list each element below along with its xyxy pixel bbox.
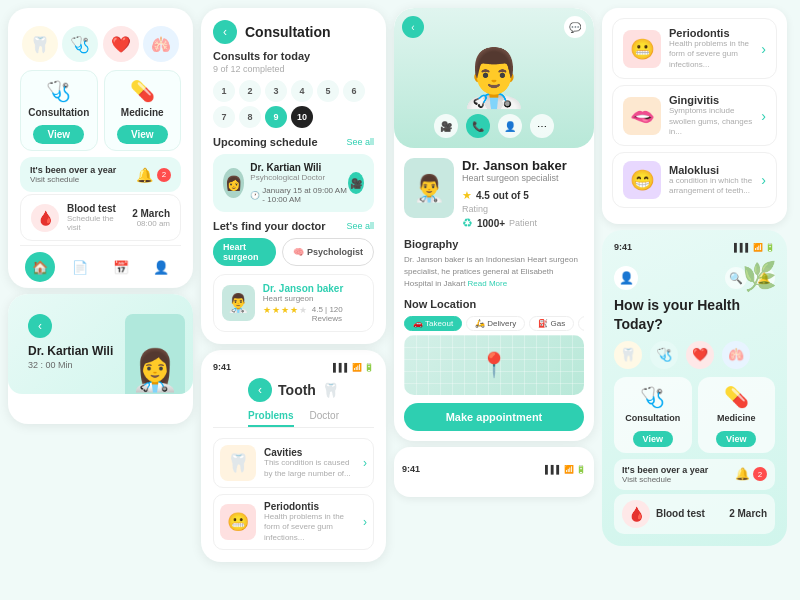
problems-tab[interactable]: Problems (248, 410, 294, 427)
health-status-icons: ▌▌▌ 📶 🔋 (734, 243, 775, 252)
cavities-arrow-icon: › (363, 456, 367, 470)
consultation-view-button[interactable]: View (33, 125, 84, 144)
tooth-status-time: 9:41 (213, 362, 231, 372)
promo-back-button[interactable]: ‹ (28, 314, 52, 338)
periodontis-name: Periodontis (264, 501, 355, 512)
periodontis-desc: Health problems in the form of severe gu… (264, 512, 355, 543)
location-chips: 🚗 Takeout 🛵 Delivery ⛽ Gas 🛒 Groceries (404, 316, 584, 331)
periodontis-arrow: › (761, 41, 766, 57)
health-tooth-icon[interactable]: 🦷 (614, 341, 642, 369)
profile-chat-button[interactable]: 💬 (564, 16, 586, 38)
consults-completed: 9 of 12 completed (213, 64, 374, 74)
tooth-status-icons: ▌▌▌ 📶 🔋 (333, 363, 374, 372)
medicine-view-button[interactable]: View (117, 125, 168, 144)
more-action-icon[interactable]: ⋯ (530, 114, 554, 138)
periodontis-image: 😬 (220, 504, 256, 540)
rating-star-icon: ★ (462, 189, 472, 202)
num-6[interactable]: 6 (343, 80, 365, 102)
docs-nav-button[interactable]: 📄 (65, 252, 95, 282)
psychologist-filter[interactable]: 🧠 Psychologist (282, 238, 374, 266)
col-consultation: ‹ Consultation Consults for today 9 of 1… (201, 8, 386, 592)
periodontis-lg-text: Periodontis Health problems in the form … (669, 27, 753, 70)
heart-surgeon-filter[interactable]: Heart surgeon (213, 238, 276, 266)
gas-chip[interactable]: ⛽ Gas (529, 316, 574, 331)
schedule-doctor-info: 👩 Dr. Kartian Wili Psyhcological Doctor … (223, 162, 348, 204)
heart-icon[interactable]: ❤️ (103, 26, 139, 62)
tooth-back-button[interactable]: ‹ (248, 378, 272, 402)
read-more-link[interactable]: Read More (468, 279, 508, 288)
health-phone: 9:41 ▌▌▌ 📶 🔋 👤 🔍 🔔 How is your Health To… (602, 230, 787, 545)
doctor-result-card[interactable]: 👨‍⚕️ Dr. Janson baker Heart surgeon ★ ★ … (213, 274, 374, 332)
cavities-item[interactable]: 🦷 Cavities This condition is caused by t… (213, 438, 374, 488)
takeout-chip[interactable]: 🚗 Takeout (404, 316, 462, 331)
tooth-icon[interactable]: 🦷 (22, 26, 58, 62)
location-label: Now Location (404, 298, 476, 310)
upcoming-see-all[interactable]: See all (346, 137, 374, 147)
num-7[interactable]: 7 (213, 106, 235, 128)
lungs-icon[interactable]: 🫁 (143, 26, 179, 62)
schedule-card[interactable]: 👩 Dr. Kartian Wili Psyhcological Doctor … (213, 154, 374, 212)
condition-list: 🦷 Cavities This condition is caused by t… (213, 438, 374, 550)
health-stethoscope-icon[interactable]: 🩺 (650, 341, 678, 369)
health-heart-icon[interactable]: ❤️ (686, 341, 714, 369)
num-10[interactable]: 10 (291, 106, 313, 128)
health-consult-view-button[interactable]: View (633, 431, 673, 447)
person-action-icon[interactable]: 👤 (498, 114, 522, 138)
rating-row: ★ 4.5 out of 5 (462, 189, 567, 202)
health-consult-icon: 🩺 (620, 385, 686, 409)
num-9[interactable]: 9 (265, 106, 287, 128)
profile-nav-button[interactable]: 👤 (146, 252, 176, 282)
num-2[interactable]: 2 (239, 80, 261, 102)
periodontis-card[interactable]: 😬 Periodontis Health problems in the for… (612, 18, 777, 79)
calendar-nav-button[interactable]: 📅 (106, 252, 136, 282)
tooth-phone: 9:41 ▌▌▌ 📶 🔋 ‹ Tooth 🦷 Problems Doctor 🦷… (201, 350, 386, 562)
health-medicine-view-button[interactable]: View (716, 431, 756, 447)
num-8[interactable]: 8 (239, 106, 261, 128)
profile-doctor-specialty: Heart surgeon specialist (462, 173, 567, 183)
num-3[interactable]: 3 (265, 80, 287, 102)
medicine-icon: 💊 (111, 79, 175, 103)
doctor-result-name: Dr. Janson baker (263, 283, 365, 294)
gingivitis-card[interactable]: 🫦 Gingivitis Symptoms include swollen gu… (612, 85, 777, 146)
make-appointment-button[interactable]: Make appointment (404, 403, 584, 431)
blood-test-card[interactable]: 🩸 Blood test Schedule the visit 2 March … (20, 194, 181, 241)
doctor-tab[interactable]: Doctor (310, 410, 339, 427)
patient-label: Patient (509, 218, 537, 228)
profile-doctor-name: Dr. Janson baker (462, 158, 567, 173)
health-avatar: 👤 (614, 266, 638, 290)
gingivitis-arrow: › (761, 108, 766, 124)
video-call-icon[interactable]: 🎥 (348, 172, 364, 194)
star-2: ★ (272, 305, 280, 323)
num-4[interactable]: 4 (291, 80, 313, 102)
tooth-header: ‹ Tooth 🦷 (213, 378, 374, 402)
maloklusi-name: Maloklusi (669, 164, 753, 176)
bell-icon: 🔔 (136, 167, 153, 183)
health-medicine-icon: 💊 (704, 385, 770, 409)
doctor-promo-card: ‹ Dr. Kartian Wili 32 : 00 Min 👩‍⚕️ (8, 294, 193, 424)
groceries-chip[interactable]: 🛒 Groceries (578, 316, 584, 331)
doctor-result-avatar: 👨‍⚕️ (222, 285, 255, 321)
health-category-icons: 🦷 🩺 ❤️ 🫁 (20, 20, 181, 66)
health-lungs-icon[interactable]: 🫁 (722, 341, 750, 369)
periodontis-item[interactable]: 😬 Periodontis Health problems in the for… (213, 494, 374, 550)
map-placeholder: 📍 (404, 335, 584, 395)
delivery-chip[interactable]: 🛵 Delivery (466, 316, 525, 331)
leaf-decoration: 🌿 (742, 260, 777, 293)
gingivitis-text: Gingivitis Symptoms include swollen gums… (669, 94, 753, 137)
video-action-icon[interactable]: 🎥 (434, 114, 458, 138)
profile-back-button[interactable]: ‹ (402, 16, 424, 38)
maloklusi-desc: a condition in which the arrangement of … (669, 176, 753, 197)
maloklusi-card[interactable]: 😁 Maloklusi a condition in which the arr… (612, 152, 777, 208)
gingivitis-name: Gingivitis (669, 94, 753, 106)
num-1[interactable]: 1 (213, 80, 235, 102)
num-5[interactable]: 5 (317, 80, 339, 102)
rating-text: 4.5 | 120 Reviews (312, 305, 365, 323)
doctor-profile-phone: 👨‍⚕️ ‹ 💬 🎥 📞 👤 ⋯ 👨‍⚕️ Dr. Janson baker H… (394, 8, 594, 441)
stethoscope-icon[interactable]: 🩺 (62, 26, 98, 62)
bio-text: Dr. Janson baker is an Indonesian Heart … (404, 254, 584, 290)
health-blood-test-card[interactable]: 🩸 Blood test 2 March (614, 494, 775, 534)
phone-action-icon[interactable]: 📞 (466, 114, 490, 138)
consultation-back-button[interactable]: ‹ (213, 20, 237, 44)
home-nav-button[interactable]: 🏠 (25, 252, 55, 282)
find-doctor-see-all[interactable]: See all (346, 221, 374, 231)
